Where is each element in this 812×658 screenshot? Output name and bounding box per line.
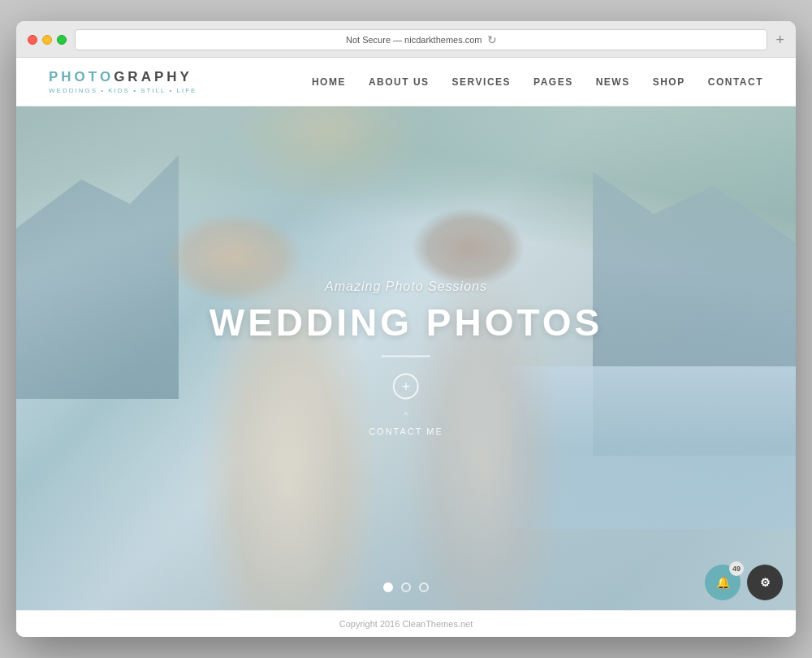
- site-footer: Copyright 2016 CleanThemes.net: [16, 610, 796, 637]
- hero-section: Amazing Photo Sessions WEDDING PHOTOS + …: [16, 106, 796, 610]
- notification-icon: 🔔: [716, 576, 730, 589]
- minimize-button[interactable]: [42, 35, 52, 45]
- hero-contact-link[interactable]: CONTACT ME: [369, 426, 443, 436]
- site-header: PHOTOGRAPHY WEDDINGS • KIDS • STILL • LI…: [16, 58, 796, 106]
- new-tab-button[interactable]: +: [775, 32, 784, 49]
- copyright-text: Copyright 2016 CleanThemes.net: [339, 619, 473, 629]
- hero-caret-icon: ^: [209, 411, 603, 420]
- traffic-lights: [28, 35, 67, 45]
- slider-dot-2[interactable]: [401, 582, 411, 592]
- nav-shop[interactable]: SHOP: [653, 76, 685, 88]
- hero-divider: [382, 356, 430, 357]
- slider-dots: [383, 582, 429, 592]
- slider-dot-3[interactable]: [419, 582, 429, 592]
- address-bar[interactable]: Not Secure — nicdarkthemes.com ↻: [75, 29, 767, 50]
- website-content: PHOTOGRAPHY WEDDINGS • KIDS • STILL • LI…: [16, 58, 796, 637]
- hero-plus-button[interactable]: +: [393, 374, 419, 400]
- site-nav: HOME ABOUT US SERVICES PAGES NEWS SHOP C…: [312, 76, 763, 88]
- logo-tagline: WEDDINGS • KIDS • STILL • LIFE: [49, 87, 197, 94]
- nav-about[interactable]: ABOUT US: [369, 76, 430, 88]
- gear-icon: ⚙: [760, 576, 771, 589]
- browser-chrome: Not Secure — nicdarkthemes.com ↻ +: [16, 21, 796, 58]
- logo-part2: GRAPHY: [114, 69, 192, 84]
- nav-services[interactable]: SERVICES: [452, 76, 511, 88]
- maximize-button[interactable]: [57, 35, 67, 45]
- slider-dot-1[interactable]: [383, 582, 393, 592]
- hero-subtitle: Amazing Photo Sessions: [209, 279, 603, 294]
- browser-window: Not Secure — nicdarkthemes.com ↻ + PHOTO…: [16, 21, 796, 637]
- hero-content: Amazing Photo Sessions WEDDING PHOTOS + …: [209, 279, 603, 438]
- url-text: Not Secure — nicdarkthemes.com: [346, 35, 482, 45]
- hero-title: WEDDING PHOTOS: [209, 301, 603, 344]
- floating-buttons: 🔔 49 ⚙: [705, 565, 783, 600]
- logo[interactable]: PHOTOGRAPHY WEDDINGS • KIDS • STILL • LI…: [49, 69, 197, 94]
- nav-home[interactable]: HOME: [312, 76, 346, 88]
- nav-pages[interactable]: PAGES: [533, 76, 573, 88]
- notification-button[interactable]: 🔔 49: [705, 565, 741, 600]
- reload-button[interactable]: ↻: [487, 33, 497, 46]
- settings-button[interactable]: ⚙: [747, 565, 783, 600]
- nav-contact[interactable]: CONTACT: [708, 76, 763, 88]
- logo-part1: PHOTO: [49, 69, 114, 84]
- notification-badge: 49: [729, 561, 744, 576]
- nav-news[interactable]: NEWS: [596, 76, 630, 88]
- logo-title: PHOTOGRAPHY: [49, 69, 197, 85]
- close-button[interactable]: [28, 35, 37, 45]
